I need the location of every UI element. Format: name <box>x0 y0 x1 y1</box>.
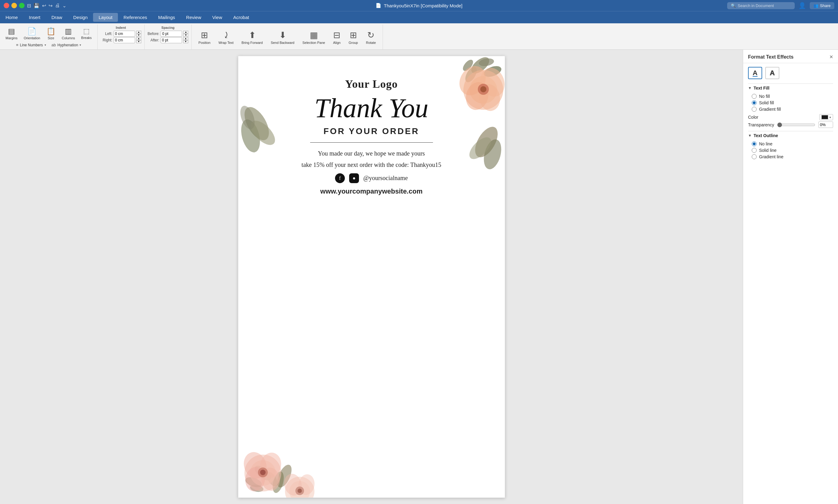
close-button[interactable] <box>4 3 9 8</box>
for-your-order-text: FOR YOUR ORDER <box>257 126 486 136</box>
position-button[interactable]: ⊞ Position <box>195 29 214 46</box>
doc-card-content[interactable]: Your Logo Thank You FOR YOUR ORDER You m… <box>238 56 505 498</box>
line-numbers-button[interactable]: ≡ Line Numbers ▾ <box>14 42 48 48</box>
discount-text: take 15% off your next order with the co… <box>257 161 486 168</box>
size-button[interactable]: 📋 Size <box>44 26 58 41</box>
solid-line-radio[interactable] <box>752 148 757 153</box>
indent-right-down[interactable]: ▼ <box>136 40 141 43</box>
menu-view[interactable]: View <box>207 13 227 22</box>
save-icon[interactable]: 💾 <box>33 3 40 8</box>
share-icon: 👥 <box>814 3 818 8</box>
color-dropdown-arrow[interactable]: ▾ <box>830 116 831 119</box>
solid-line-option[interactable]: Solid line <box>752 148 833 153</box>
breaks-button[interactable]: ⬚ Breaks <box>79 26 94 41</box>
gradient-line-option[interactable]: Gradient line <box>752 154 833 159</box>
menu-mailings[interactable]: Mailings <box>153 13 181 22</box>
text-outline-chevron: ▼ <box>748 133 752 138</box>
wrap-text-label: Wrap Text <box>218 41 233 44</box>
spacing-before-up[interactable]: ▲ <box>183 31 188 34</box>
spacing-after-up[interactable]: ▲ <box>183 37 188 40</box>
social-row: f ● @yoursocialname <box>257 173 486 183</box>
rotate-button[interactable]: ↻ Rotate <box>362 29 379 46</box>
indent-right-input[interactable] <box>114 37 135 43</box>
no-line-option[interactable]: No line <box>752 141 833 146</box>
position-icon: ⊞ <box>201 30 208 40</box>
orientation-button[interactable]: 📄 Orientation <box>21 26 43 41</box>
solid-fill-label: Solid fill <box>759 100 774 105</box>
menu-insert[interactable]: Insert <box>23 13 46 22</box>
menu-draw[interactable]: Draw <box>46 13 68 22</box>
wrap-text-icon: ⤸ <box>223 30 230 40</box>
margins-button[interactable]: ▤ Margins <box>3 26 20 41</box>
group-button[interactable]: ⊞ Group <box>345 29 362 46</box>
bring-forward-label: Bring Forward <box>242 41 263 44</box>
transparency-slider[interactable] <box>777 122 815 127</box>
right-panel: Format Text Effects × A A ▼ Text Fill <box>743 50 838 504</box>
text-outline-section-label: Text Outline <box>754 133 778 138</box>
spacing-after-input[interactable] <box>160 37 182 43</box>
redo-icon[interactable]: ↪ <box>49 3 52 8</box>
selection-pane-button[interactable]: ▦ Selection Pane <box>299 29 329 46</box>
no-fill-radio[interactable] <box>752 94 757 99</box>
solid-fill-radio[interactable] <box>752 100 757 105</box>
no-fill-option[interactable]: No fill <box>752 94 833 99</box>
menu-acrobat[interactable]: Acrobat <box>227 13 255 22</box>
indent-left-spin[interactable]: ▲ ▼ <box>136 31 141 37</box>
align-icon: ⊟ <box>333 30 340 40</box>
gradient-fill-option[interactable]: Gradient fill <box>752 107 833 112</box>
send-backward-icon: ⬇ <box>279 30 286 40</box>
sidebar-icon[interactable]: ⊟ <box>27 3 31 8</box>
transparency-input[interactable] <box>818 122 833 128</box>
spacing-before-spin[interactable]: ▲ ▼ <box>183 31 188 37</box>
spacing-before-down[interactable]: ▼ <box>183 34 188 37</box>
search-bar[interactable]: 🔍 Search in Document <box>727 2 795 9</box>
print-icon[interactable]: 🖨 <box>55 3 60 8</box>
indent-right-up[interactable]: ▲ <box>136 37 141 40</box>
indent-left-up[interactable]: ▲ <box>136 31 141 34</box>
doc-icon: 📄 <box>376 3 381 8</box>
customize-icon[interactable]: ⌄ <box>62 3 66 8</box>
group-icon: ⊞ <box>350 30 357 40</box>
text-outline-header[interactable]: ▼ Text Outline <box>748 131 833 140</box>
instagram-icon: ● <box>349 173 359 183</box>
spacing-after-down[interactable]: ▼ <box>183 40 188 43</box>
document-card[interactable]: Your Logo Thank You FOR YOUR ORDER You m… <box>238 56 505 498</box>
undo-icon[interactable]: ↩ <box>42 3 46 8</box>
no-line-radio[interactable] <box>752 141 757 146</box>
menu-design[interactable]: Design <box>68 13 93 22</box>
bring-forward-button[interactable]: ⬆ Bring Forward <box>238 29 267 46</box>
align-button[interactable]: ⊟ Align <box>329 29 344 46</box>
menu-home[interactable]: Home <box>0 13 23 22</box>
text-fill-chevron: ▼ <box>748 86 752 90</box>
share-button[interactable]: 👥 Share <box>810 2 834 9</box>
wrap-text-button[interactable]: ⤸ Wrap Text <box>215 29 237 46</box>
line-numbers-dropdown[interactable]: ▾ <box>45 43 46 47</box>
title-bar-center: 📄 Thankyou5inX7in [Compatibility Mode] <box>376 3 462 8</box>
send-backward-button[interactable]: ⬇ Send Backward <box>267 29 298 46</box>
spacing-before-input[interactable] <box>160 31 182 37</box>
text-fill-icon-button[interactable]: A <box>748 67 762 79</box>
text-fill-header[interactable]: ▼ Text Fill <box>748 84 833 92</box>
hyphenation-dropdown[interactable]: ▾ <box>80 43 81 47</box>
menu-references[interactable]: References <box>118 13 153 22</box>
indent-left-down[interactable]: ▼ <box>136 34 141 37</box>
panel-close-button[interactable]: × <box>830 53 833 60</box>
indent-left-input[interactable] <box>114 31 135 37</box>
solid-fill-option[interactable]: Solid fill <box>752 100 833 105</box>
fullscreen-button[interactable] <box>19 3 24 8</box>
columns-button[interactable]: ▥ Columns <box>59 26 78 41</box>
color-swatch-button[interactable]: ▾ <box>819 114 833 120</box>
gradient-line-radio[interactable] <box>752 154 757 159</box>
indent-right-spin[interactable]: ▲ ▼ <box>136 37 141 43</box>
gradient-fill-radio[interactable] <box>752 107 757 112</box>
menu-layout[interactable]: Layout <box>93 13 118 22</box>
hyphenation-button[interactable]: ab Hyphenation ▾ <box>50 42 83 48</box>
spacing-after-spin[interactable]: ▲ ▼ <box>183 37 188 43</box>
no-fill-label: No fill <box>759 94 770 99</box>
menu-review[interactable]: Review <box>181 13 207 22</box>
traffic-lights <box>4 3 24 8</box>
main-area[interactable]: Your Logo Thank You FOR YOUR ORDER You m… <box>0 50 743 504</box>
account-icon[interactable]: 👤 <box>798 2 806 9</box>
minimize-button[interactable] <box>11 3 17 8</box>
text-outline-icon-button[interactable]: A <box>765 67 779 79</box>
